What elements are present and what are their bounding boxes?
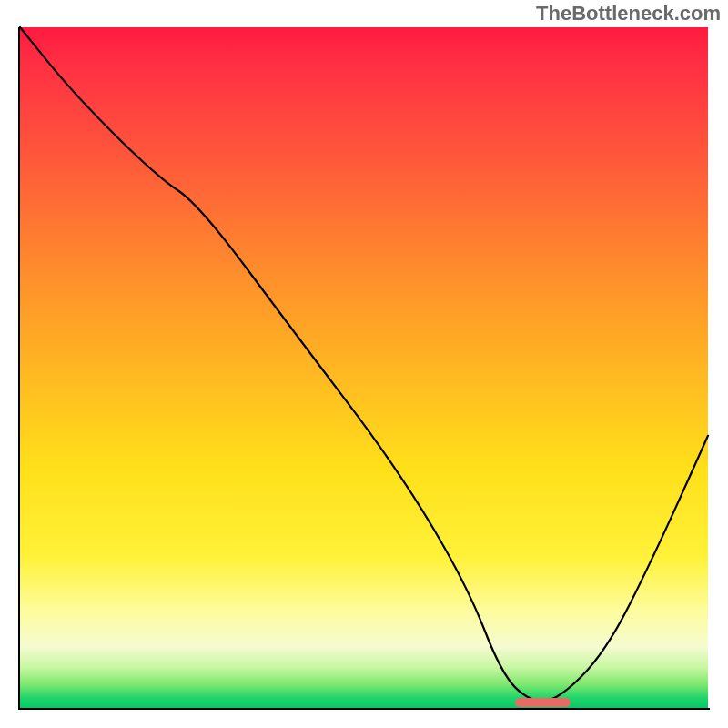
plot-area: [20, 27, 708, 708]
y-axis-line: [18, 27, 20, 710]
watermark-text: TheBottleneck.com: [536, 2, 721, 25]
x-axis-line: [18, 708, 710, 710]
chart-frame: TheBottleneck.com: [0, 0, 728, 728]
curve-path: [20, 27, 708, 702]
bottleneck-curve: [20, 27, 708, 708]
optimal-range-marker: [515, 698, 570, 707]
